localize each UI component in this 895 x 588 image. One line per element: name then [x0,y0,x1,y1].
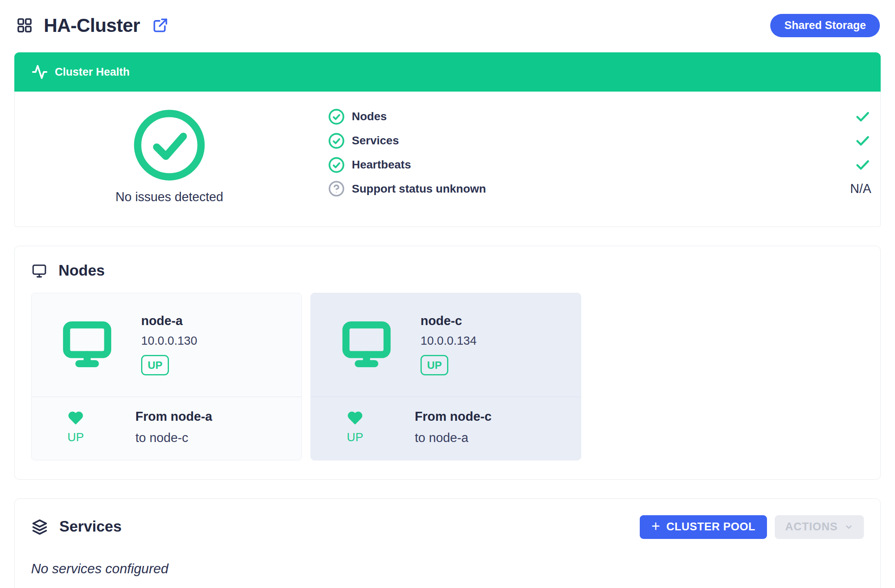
cluster-health-banner: Cluster Health [14,52,881,92]
node-heartbeat: UP From node-a to node-c [31,397,301,460]
heartbeat-text: From node-c to node-a [415,409,492,445]
health-summary-block: No issues detected [34,106,304,204]
node-info: node-c 10.0.0.134 UP [421,314,477,375]
check-circle-icon [328,157,345,173]
heartbeat-state-column: UP [56,410,95,444]
help-circle-icon [328,180,345,197]
node-tiles: node-a 10.0.0.130 UP UP [31,293,864,460]
page: HA-Cluster Shared Storage Cluster Health [0,0,895,588]
cluster-pool-button[interactable]: + CLUSTER POOL [640,515,767,539]
nodes-card: Nodes node-a 10.0.0.130 U [14,246,881,480]
actions-button[interactable]: ACTIONS [775,515,864,539]
node-name: node-c [421,314,477,328]
grid-icon [15,16,34,35]
health-label: Nodes [352,110,387,123]
page-title: HA-Cluster [44,16,140,35]
services-buttons: + CLUSTER POOL ACTIONS [640,515,864,539]
health-status-check-icon [854,156,871,173]
node-status-badge: UP [421,355,448,375]
health-checklist: Nodes Services [304,106,871,204]
plus-icon: + [651,519,660,534]
check-circle-icon [328,132,345,149]
shared-storage-button[interactable]: Shared Storage [770,14,880,37]
node-name: node-a [141,314,197,328]
heartbeat-state: UP [67,431,84,444]
node-info: node-a 10.0.0.130 UP [141,314,197,375]
node-heartbeat: UP From node-c to node-a [311,397,581,460]
health-row-support: Support status unknown N/A [328,180,871,197]
heartbeat-to: to node-a [415,431,492,445]
health-row-services: Services [328,132,871,149]
activity-icon [31,64,48,80]
health-label: Heartbeats [352,158,411,171]
cluster-health-title: Cluster Health [55,66,130,79]
page-header: HA-Cluster Shared Storage [14,10,881,41]
nodes-title: Nodes [58,263,105,279]
monitor-large-icon [335,317,398,372]
monitor-large-icon [56,317,118,372]
node-tile-node-a[interactable]: node-a 10.0.0.130 UP UP [31,293,302,460]
node-ip: 10.0.0.130 [141,334,197,348]
heart-icon [347,410,363,426]
health-summary-text: No issues detected [115,190,223,204]
health-status-check-icon [854,132,871,149]
health-label: Services [352,134,399,147]
health-status-na: N/A [850,182,871,196]
check-circle-large-icon [131,107,207,183]
nodes-header: Nodes [31,263,864,279]
services-title: Services [59,518,121,535]
heartbeat-from: From node-c [415,409,492,424]
cluster-health-panel: No issues detected Nodes [14,92,881,227]
chevron-down-icon [844,523,853,532]
heartbeat-from: From node-a [135,409,212,424]
cluster-pool-label: CLUSTER POOL [666,521,756,533]
health-status-check-icon [854,108,871,125]
health-row-heartbeats: Heartbeats [328,156,871,173]
health-row-nodes: Nodes [328,108,871,125]
heart-icon [67,410,84,426]
node-tile-node-c[interactable]: node-c 10.0.0.134 UP UP [310,293,581,460]
services-card: Services + CLUSTER POOL ACTIONS No servi… [14,498,881,588]
title-group: HA-Cluster [15,16,169,35]
node-tile-top: node-c 10.0.0.134 UP [311,293,581,397]
heartbeat-state-column: UP [335,410,375,444]
services-header: Services + CLUSTER POOL ACTIONS [31,515,864,539]
layers-icon [31,518,48,536]
heartbeat-state: UP [347,431,363,444]
monitor-icon [31,263,47,279]
heartbeat-text: From node-a to node-c [135,409,212,445]
node-status-badge: UP [141,355,169,375]
external-link-icon[interactable] [151,16,169,34]
actions-label: ACTIONS [785,521,838,533]
node-tile-top: node-a 10.0.0.130 UP [31,293,301,397]
health-label: Support status unknown [352,182,486,195]
services-empty-message: No services configured [31,561,864,577]
heartbeat-to: to node-c [135,431,212,445]
node-ip: 10.0.0.134 [421,334,477,348]
check-circle-icon [328,108,345,125]
